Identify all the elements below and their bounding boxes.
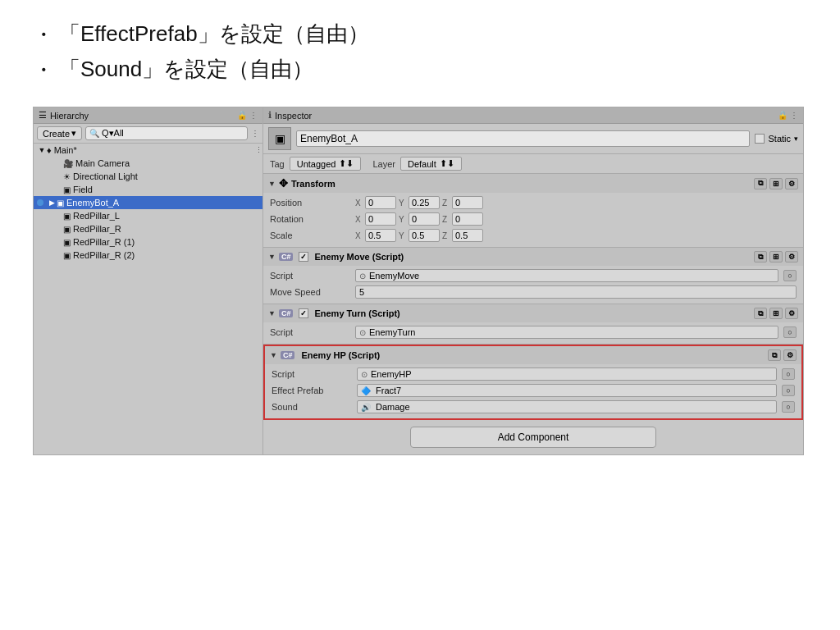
transform-section: ▼ ✥ Transform ⧉ ⊞ ⚙ Position X 0 <box>263 174 803 248</box>
inspector-obj-row: ▣ Static ▾ <box>263 124 803 154</box>
enemy-move-script-btn[interactable]: ○ <box>783 270 797 281</box>
hierarchy-lock-icon: 🔒 <box>237 111 247 120</box>
bullet-1: ・ 「EffectPrefab」を設定（自由） <box>33 20 807 48</box>
tree-item-redpillar-l[interactable]: ▣ RedPillar_L <box>34 209 262 222</box>
transform-body: Position X 0 Y 0.25 Z 0 <box>263 193 803 247</box>
position-x[interactable]: 0 <box>365 196 396 209</box>
position-y[interactable]: 0.25 <box>409 196 440 209</box>
effect-icon: 🔷 <box>361 386 371 395</box>
hierarchy-menu-icon: ⋮ <box>249 111 258 120</box>
tree-item-redpillar-r[interactable]: ▣ RedPillar_R <box>34 222 262 235</box>
enemy-hp-copy-btn[interactable]: ⧉ <box>768 349 781 361</box>
tree-item-maincamera[interactable]: 🎥 Main Camera <box>34 157 262 170</box>
rotation-x[interactable]: 0 <box>365 212 396 226</box>
rotation-y[interactable]: 0 <box>409 212 440 226</box>
script-icon-2: ⊙ <box>359 328 366 337</box>
transform-arrow: ▼ <box>268 180 276 188</box>
enemy-turn-settings-btn[interactable]: ⚙ <box>785 308 798 319</box>
hierarchy-search[interactable]: 🔍 Q▾All <box>85 126 248 140</box>
transform-copy-btn[interactable]: ⧉ <box>754 178 767 189</box>
enemy-hp-effect-btn[interactable]: ○ <box>782 385 795 396</box>
position-z[interactable]: 0 <box>452 196 483 209</box>
enemy-hp-section: ▼ C# Enemy HP (Script) ⧉ ⚙ Script ⊙ Enem… <box>263 345 803 420</box>
enemy-hp-tools: ⧉ ⚙ <box>768 349 797 361</box>
enemy-move-body: Script ⊙ EnemyMove ○ Move Speed 5 <box>263 266 803 304</box>
enemy-turn-body: Script ⊙ EnemyTurn ○ <box>263 322 803 344</box>
tag-dropdown[interactable]: Untagged ⬆⬇ <box>290 157 362 171</box>
search-icon: 🔍 <box>89 129 99 138</box>
enemy-hp-effect-value[interactable]: 🔷 Fract7 <box>357 384 777 397</box>
hierarchy-tree: ▼ ♦ Main* ⋮ 🎥 Main Camera ☀ Directional … <box>34 144 262 262</box>
bullet-2: ・ 「Sound」を設定（自由） <box>33 55 807 84</box>
enemy-turn-section: ▼ C# ✓ Enemy Turn (Script) ⧉ ⊞ ⚙ Script … <box>263 304 803 345</box>
enemy-hp-settings-btn[interactable]: ⚙ <box>783 349 797 361</box>
panels-container: ☰ Hierarchy 🔒 ⋮ Create ▾ 🔍 Q▾All ⋮ ▼ <box>33 107 804 455</box>
enemy-hp-header: ▼ C# Enemy HP (Script) ⧉ ⚙ <box>265 346 801 364</box>
transform-expand-btn[interactable]: ⊞ <box>769 178 783 189</box>
enemy-move-script-value[interactable]: ⊙ EnemyMove <box>355 269 778 282</box>
enemy-turn-checkbox[interactable]: ✓ <box>299 308 308 318</box>
object-name-input[interactable] <box>296 130 750 147</box>
enemy-hp-script-value[interactable]: ⊙ EnemyHP <box>357 368 777 381</box>
hierarchy-sort-icon: ⋮ <box>251 129 259 138</box>
enemy-hp-script-btn[interactable]: ○ <box>782 368 795 380</box>
create-button[interactable]: Create ▾ <box>37 126 82 140</box>
tree-item-redpillar-r1[interactable]: ▣ RedPillar_R (1) <box>34 235 262 249</box>
tree-item-enemybot[interactable]: ▶ ▣ EnemyBot_A <box>34 196 262 209</box>
enemy-move-header: ▼ C# ✓ Enemy Move (Script) ⧉ ⊞ ⚙ <box>263 248 803 266</box>
enemy-move-expand-btn[interactable]: ⊞ <box>769 251 783 262</box>
enemy-move-section: ▼ C# ✓ Enemy Move (Script) ⧉ ⊞ ⚙ Script … <box>263 248 803 304</box>
inspector-header: ℹ Inspector 🔒 ⋮ <box>263 107 803 124</box>
object-icon: ▣ <box>268 127 291 150</box>
enemy-move-settings-btn[interactable]: ⚙ <box>785 251 798 262</box>
add-component-area: Add Component <box>263 420 803 454</box>
enemy-move-tools: ⧉ ⊞ ⚙ <box>754 251 798 262</box>
static-dropdown-arrow[interactable]: ▾ <box>794 135 798 143</box>
info-icon: ℹ <box>268 110 272 121</box>
tree-item-field[interactable]: ▣ Field <box>34 183 262 196</box>
enemy-hp-script-row: Script ⊙ EnemyHP ○ <box>272 366 795 382</box>
enemy-move-checkbox[interactable]: ✓ <box>299 252 308 262</box>
enemy-move-copy-btn[interactable]: ⧉ <box>754 251 767 262</box>
enemy-turn-script-btn[interactable]: ○ <box>783 326 797 338</box>
layer-dropdown[interactable]: Default ⬆⬇ <box>400 157 462 171</box>
enemy-hp-effect-row: Effect Prefab 🔷 Fract7 ○ <box>272 382 795 399</box>
scale-y[interactable]: 0.5 <box>409 229 440 242</box>
rotation-z[interactable]: 0 <box>452 212 483 226</box>
scale-z[interactable]: 0.5 <box>452 229 483 242</box>
tree-item-dirlight[interactable]: ☀ Directional Light <box>34 170 262 183</box>
enemy-turn-script-row: Script ⊙ EnemyTurn ○ <box>270 324 797 340</box>
inspector-lock-icon: 🔒 <box>778 111 788 120</box>
scale-xyz: X 0.5 Y 0.5 Z 0.5 <box>355 229 797 242</box>
enemy-hp-sound-value[interactable]: 🔊 Damage <box>357 400 777 413</box>
enemy-turn-copy-btn[interactable]: ⧉ <box>754 308 767 319</box>
enemy-hp-body: Script ⊙ EnemyHP ○ Effect Prefab 🔷 Fract… <box>265 364 801 418</box>
rotation-xyz: X 0 Y 0 Z 0 <box>355 212 797 226</box>
sound-icon: 🔊 <box>361 403 371 412</box>
tree-item-redpillar-r2[interactable]: ▣ RedPillar_R (2) <box>34 249 262 262</box>
enemy-hp-sound-btn[interactable]: ○ <box>782 401 795 413</box>
enemy-turn-expand-btn[interactable]: ⊞ <box>769 308 783 319</box>
enemy-turn-header: ▼ C# ✓ Enemy Turn (Script) ⧉ ⊞ ⚙ <box>263 304 803 322</box>
position-xyz: X 0 Y 0.25 Z 0 <box>355 196 797 209</box>
top-text-area: ・ 「EffectPrefab」を設定（自由） ・ 「Sound」を設定（自由） <box>0 0 840 107</box>
static-area: Static ▾ <box>755 134 798 144</box>
selected-dot <box>37 199 43 206</box>
enemy-turn-tools: ⧉ ⊞ ⚙ <box>754 308 798 319</box>
static-checkbox[interactable] <box>755 134 765 144</box>
position-row: Position X 0 Y 0.25 Z 0 <box>270 194 797 211</box>
script-icon: ⊙ <box>359 272 366 281</box>
scale-x[interactable]: 0.5 <box>365 229 396 242</box>
transform-header: ▼ ✥ Transform ⧉ ⊞ ⚙ <box>263 174 803 193</box>
enemy-move-script-row: Script ⊙ EnemyMove ○ <box>270 267 797 284</box>
tag-layer-row: Tag Untagged ⬆⬇ Layer Default ⬆⬇ <box>263 154 803 174</box>
enemy-move-speed-value[interactable]: 5 <box>355 285 797 299</box>
tree-item-main[interactable]: ▼ ♦ Main* ⋮ <box>34 144 262 157</box>
transform-icon: ✥ <box>279 177 288 189</box>
script-icon-3: ⊙ <box>361 370 368 379</box>
inspector-menu-icon: ⋮ <box>790 111 798 120</box>
transform-settings-btn[interactable]: ⚙ <box>785 178 798 189</box>
enemy-turn-script-value[interactable]: ⊙ EnemyTurn <box>355 326 778 339</box>
hierarchy-header: ☰ Hierarchy 🔒 ⋮ <box>34 107 262 124</box>
add-component-button[interactable]: Add Component <box>410 427 656 448</box>
